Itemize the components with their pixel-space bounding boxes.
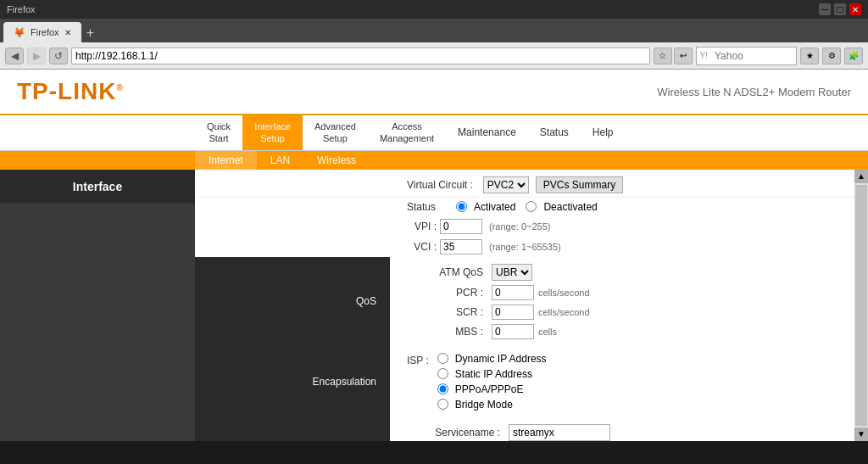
virtual-circuit-label: Virtual Circuit : [407,179,473,191]
qos-section: Virtual Circuit : PVC2 PVCs Summary Stat… [195,170,854,346]
vpi-input[interactable] [440,219,482,234]
browser-tab-active[interactable]: 🦊 Firefox ✕ [3,22,81,42]
close-button[interactable]: ✕ [849,3,861,15]
logo-area: TP-LINK® [17,78,124,105]
tab-favicon: 🦊 [14,27,25,38]
title-bar: Firefox ─ □ ✕ [0,0,868,19]
mbs-input[interactable] [492,324,534,339]
tab-close-icon[interactable]: ✕ [64,28,71,37]
pcr-unit: cells/second [538,288,590,298]
status-row: Status Activated Deactivated [195,198,854,216]
isp-row: ISP : Dynamic IP Address Static IP Addre… [407,353,854,411]
status-activated-label: Activated [474,201,515,213]
pppoa-pppoe-radio[interactable] [437,383,448,394]
isp-options: Dynamic IP Address Static IP Address PPP… [437,353,547,411]
status-deactivated-label: Deactivated [543,201,597,213]
encapsulation-section: Encapsulation ISP : Dynamic IP Address S… [195,346,854,417]
sub-tab-lan[interactable]: LAN [257,151,303,170]
scroll-up-button[interactable]: ▲ [854,170,868,183]
pcr-row: PCR : cells/second [407,285,854,300]
minimize-button[interactable]: ─ [819,3,831,15]
scr-unit: cells/second [538,307,590,317]
sub-tab-wireless[interactable]: Wireless [303,151,370,170]
atm-qos-row: ATM QoS UBR [407,264,854,281]
tools-icon[interactable]: ⚙ [822,48,841,64]
pppoa-pppoe-option[interactable]: PPPoA/PPPoE [437,383,547,395]
atm-qos-select[interactable]: UBR [492,264,532,281]
virtual-circuit-select[interactable]: PVC2 [483,176,529,193]
vci-row: VCI : (range: 1~65535) [195,237,854,257]
status-activated-radio[interactable] [456,201,467,212]
tab-status[interactable]: Status [528,121,581,143]
bridge-mode-radio[interactable] [437,399,448,410]
pvc-summary-button[interactable]: PVCs Summary [536,176,623,193]
tab-quick-setup[interactable]: QuickStart [195,115,242,150]
qos-block: QoS ATM QoS UBR PCR : [195,257,854,346]
forward-button[interactable]: ▶ [27,48,46,64]
tab-help[interactable]: Help [581,121,626,143]
reload-button[interactable]: ↺ [49,48,68,64]
virtual-circuit-control: Virtual Circuit : PVC2 PVCs Summary [390,176,623,193]
main-nav: QuickStart InterfaceSetup AdvancedSetup … [0,115,868,151]
scr-row: SCR : cells/second [407,305,854,320]
pppoe-label: PPPoE/PPPoA [195,417,390,441]
content-area: Virtual Circuit : PVC2 PVCs Summary Stat… [195,170,854,441]
pppoe-content: Servicename : Username : Password : [390,417,854,441]
search-input[interactable] [711,48,796,64]
vpi-control: VPI : (range: 0~255) [390,219,550,234]
address-bar: ◀ ▶ ↺ ☆ ↩ Y! ★ ⚙ 🧩 [0,42,868,70]
back-button[interactable]: ◀ [5,48,24,64]
scrollbar[interactable]: ▲ ▼ [854,170,868,441]
vpi-label: VPI : [407,221,437,232]
static-ip-option[interactable]: Static IP Address [437,368,547,380]
bookmark-icon[interactable]: ☆ [654,48,672,64]
tab-access-management[interactable]: AccessManagement [368,115,446,150]
new-tab-button[interactable]: + [83,25,97,41]
dynamic-ip-label: Dynamic IP Address [455,353,547,365]
dynamic-ip-option[interactable]: Dynamic IP Address [437,353,547,365]
status-control: Status Activated Deactivated [390,201,598,213]
mbs-label: MBS : [407,326,492,338]
maximize-button[interactable]: □ [834,3,846,15]
tab-advanced-setup[interactable]: AdvancedSetup [303,115,368,150]
sub-nav: Internet LAN Wireless [0,151,868,170]
scr-input[interactable] [492,305,534,320]
tab-maintenance[interactable]: Maintenance [446,121,528,143]
pppoe-section: PPPoE/PPPoA Servicename : Username : Pas… [195,417,854,441]
tab-bar: 🦊 Firefox ✕ + [0,19,868,42]
vci-input[interactable] [440,239,482,254]
search-engine-icon: Y! [697,51,711,60]
pcr-input[interactable] [492,285,534,300]
scr-label: SCR : [407,306,492,318]
scroll-down-button[interactable]: ▼ [854,428,868,441]
url-input[interactable] [71,48,650,64]
virtual-circuit-row: Virtual Circuit : PVC2 PVCs Summary [195,170,854,198]
addon-icon[interactable]: 🧩 [844,48,863,64]
tab-interface-setup[interactable]: InterfaceSetup [242,115,303,150]
history-icon[interactable]: ↩ [674,48,693,64]
scroll-thumb[interactable] [855,185,867,426]
static-ip-radio[interactable] [437,368,448,379]
star-icon[interactable]: ★ [800,48,819,64]
static-ip-label: Static IP Address [455,368,532,380]
encapsulation-content: ISP : Dynamic IP Address Static IP Addre… [390,346,854,417]
title-bar-text: Firefox [7,4,36,14]
main-layout: Interface Virtual Circuit : PVC2 PVCs Su… [0,170,868,441]
vpi-row: VPI : (range: 0~255) [195,216,854,237]
pppoa-pppoe-label: PPPoA/PPPoE [455,383,524,395]
vpi-range: (range: 0~255) [489,221,550,232]
page-header: TP-LINK® Wireless Lite N ADSL2+ Modem Ro… [0,70,868,115]
vci-control: VCI : (range: 1~65535) [390,239,561,254]
qos-label: QoS [195,257,390,346]
bridge-mode-option[interactable]: Bridge Mode [437,399,547,411]
dynamic-ip-radio[interactable] [437,353,448,364]
tab-label: Firefox [31,27,59,37]
sidebar-interface-label: Interface [0,170,195,204]
mbs-unit: cells [538,327,557,337]
status-deactivated-radio[interactable] [526,201,537,212]
vci-label: VCI : [407,241,437,253]
qos-content: ATM QoS UBR PCR : cells/second [390,257,854,346]
page-content: TP-LINK® Wireless Lite N ADSL2+ Modem Ro… [0,70,868,441]
sub-tab-internet[interactable]: Internet [195,151,257,170]
servicename-input[interactable] [509,424,610,441]
